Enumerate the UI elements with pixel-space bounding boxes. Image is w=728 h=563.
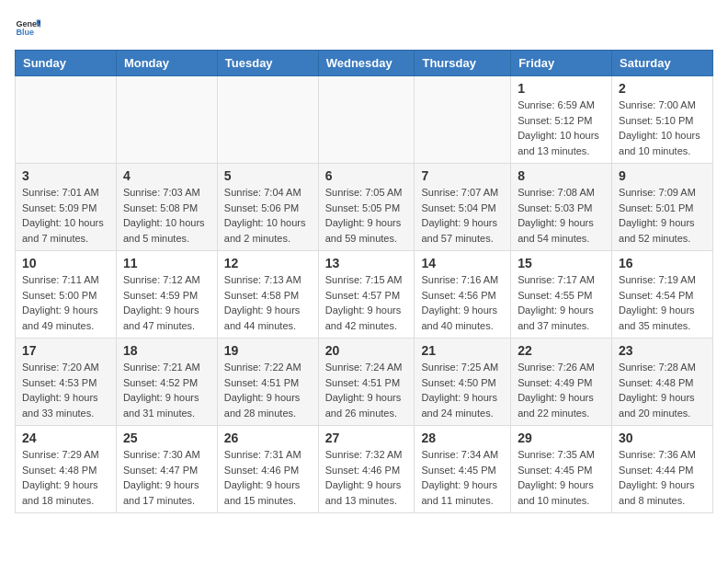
calendar-cell: 27Sunrise: 7:32 AM Sunset: 4:46 PM Dayli…	[318, 426, 415, 513]
day-info: Sunrise: 7:13 AM Sunset: 4:58 PM Dayligh…	[224, 272, 312, 333]
day-info: Sunrise: 7:22 AM Sunset: 4:51 PM Dayligh…	[224, 360, 312, 420]
calendar-cell: 5Sunrise: 7:04 AM Sunset: 5:06 PM Daylig…	[217, 164, 318, 251]
calendar-cell: 8Sunrise: 7:08 AM Sunset: 5:03 PM Daylig…	[511, 164, 612, 251]
day-info: Sunrise: 7:30 AM Sunset: 4:47 PM Dayligh…	[123, 447, 210, 508]
calendar-cell: 14Sunrise: 7:16 AM Sunset: 4:56 PM Dayli…	[415, 251, 511, 339]
calendar-cell: 24Sunrise: 7:29 AM Sunset: 4:48 PM Dayli…	[16, 426, 117, 513]
calendar-cell	[415, 76, 511, 164]
day-number: 19	[224, 343, 312, 358]
day-info: Sunrise: 7:16 AM Sunset: 4:56 PM Dayligh…	[421, 272, 504, 333]
day-info: Sunrise: 7:36 AM Sunset: 4:44 PM Dayligh…	[619, 447, 706, 508]
calendar-cell: 11Sunrise: 7:12 AM Sunset: 4:59 PM Dayli…	[116, 251, 217, 339]
day-info: Sunrise: 7:25 AM Sunset: 4:50 PM Dayligh…	[421, 360, 504, 420]
calendar-cell: 2Sunrise: 7:00 AM Sunset: 5:10 PM Daylig…	[612, 76, 713, 164]
day-number: 23	[619, 343, 706, 358]
weekday-header-thursday: Thursday	[415, 51, 511, 76]
weekday-header-wednesday: Wednesday	[318, 51, 415, 76]
day-info: Sunrise: 7:01 AM Sunset: 5:09 PM Dayligh…	[22, 185, 109, 246]
day-info: Sunrise: 7:03 AM Sunset: 5:08 PM Dayligh…	[123, 185, 210, 246]
day-info: Sunrise: 7:35 AM Sunset: 4:45 PM Dayligh…	[518, 447, 605, 508]
day-info: Sunrise: 7:34 AM Sunset: 4:45 PM Dayligh…	[421, 447, 504, 508]
day-info: Sunrise: 7:28 AM Sunset: 4:48 PM Dayligh…	[619, 360, 706, 420]
calendar-cell: 10Sunrise: 7:11 AM Sunset: 5:00 PM Dayli…	[16, 251, 117, 339]
day-number: 21	[421, 343, 504, 358]
day-number: 20	[325, 343, 408, 358]
day-number: 7	[421, 168, 504, 183]
calendar-cell: 17Sunrise: 7:20 AM Sunset: 4:53 PM Dayli…	[16, 339, 117, 426]
day-number: 26	[224, 431, 312, 445]
weekday-header-monday: Monday	[116, 51, 217, 76]
calendar-cell	[217, 76, 318, 164]
calendar-table: SundayMondayTuesdayWednesdayThursdayFrid…	[15, 50, 713, 513]
day-info: Sunrise: 7:26 AM Sunset: 4:49 PM Dayligh…	[518, 360, 605, 420]
calendar-cell: 3Sunrise: 7:01 AM Sunset: 5:09 PM Daylig…	[16, 164, 117, 251]
day-number: 13	[325, 256, 408, 270]
calendar-week-row: 17Sunrise: 7:20 AM Sunset: 4:53 PM Dayli…	[16, 339, 713, 426]
calendar-cell: 15Sunrise: 7:17 AM Sunset: 4:55 PM Dayli…	[511, 251, 612, 339]
calendar-cell: 25Sunrise: 7:30 AM Sunset: 4:47 PM Dayli…	[116, 426, 217, 513]
calendar-cell: 6Sunrise: 7:05 AM Sunset: 5:05 PM Daylig…	[318, 164, 415, 251]
day-number: 5	[224, 168, 312, 183]
day-info: Sunrise: 7:24 AM Sunset: 4:51 PM Dayligh…	[325, 360, 408, 420]
day-info: Sunrise: 7:00 AM Sunset: 5:10 PM Dayligh…	[619, 98, 706, 158]
day-number: 9	[619, 168, 706, 183]
calendar-cell: 4Sunrise: 7:03 AM Sunset: 5:08 PM Daylig…	[116, 164, 217, 251]
calendar-cell: 13Sunrise: 7:15 AM Sunset: 4:57 PM Dayli…	[318, 251, 415, 339]
day-info: Sunrise: 7:32 AM Sunset: 4:46 PM Dayligh…	[325, 447, 408, 508]
day-number: 8	[518, 168, 605, 183]
day-info: Sunrise: 7:31 AM Sunset: 4:46 PM Dayligh…	[224, 447, 312, 508]
day-info: Sunrise: 7:11 AM Sunset: 5:00 PM Dayligh…	[22, 272, 109, 333]
day-number: 14	[421, 256, 504, 270]
svg-text:Blue: Blue	[16, 28, 34, 37]
day-number: 22	[518, 343, 605, 358]
day-number: 12	[224, 256, 312, 270]
day-number: 2	[619, 81, 706, 96]
calendar-week-row: 10Sunrise: 7:11 AM Sunset: 5:00 PM Dayli…	[16, 251, 713, 339]
calendar-cell: 16Sunrise: 7:19 AM Sunset: 4:54 PM Dayli…	[612, 251, 713, 339]
day-info: Sunrise: 6:59 AM Sunset: 5:12 PM Dayligh…	[518, 98, 605, 158]
calendar-cell: 28Sunrise: 7:34 AM Sunset: 4:45 PM Dayli…	[415, 426, 511, 513]
calendar-cell	[116, 76, 217, 164]
calendar-cell	[16, 76, 117, 164]
calendar-cell: 12Sunrise: 7:13 AM Sunset: 4:58 PM Dayli…	[217, 251, 318, 339]
weekday-header-row: SundayMondayTuesdayWednesdayThursdayFrid…	[16, 51, 713, 76]
day-info: Sunrise: 7:19 AM Sunset: 4:54 PM Dayligh…	[619, 272, 706, 333]
calendar-week-row: 1Sunrise: 6:59 AM Sunset: 5:12 PM Daylig…	[16, 76, 713, 164]
day-number: 28	[421, 431, 504, 445]
calendar-cell: 7Sunrise: 7:07 AM Sunset: 5:04 PM Daylig…	[415, 164, 511, 251]
day-number: 6	[325, 168, 408, 183]
day-info: Sunrise: 7:21 AM Sunset: 4:52 PM Dayligh…	[123, 360, 210, 420]
calendar-cell: 26Sunrise: 7:31 AM Sunset: 4:46 PM Dayli…	[217, 426, 318, 513]
calendar-cell: 21Sunrise: 7:25 AM Sunset: 4:50 PM Dayli…	[415, 339, 511, 426]
day-number: 25	[123, 431, 210, 445]
day-number: 10	[22, 256, 109, 270]
day-number: 24	[22, 431, 109, 445]
calendar-cell: 29Sunrise: 7:35 AM Sunset: 4:45 PM Dayli…	[511, 426, 612, 513]
calendar-cell: 19Sunrise: 7:22 AM Sunset: 4:51 PM Dayli…	[217, 339, 318, 426]
weekday-header-friday: Friday	[511, 51, 612, 76]
day-number: 30	[619, 431, 706, 445]
calendar-cell	[318, 76, 415, 164]
weekday-header-sunday: Sunday	[16, 51, 117, 76]
day-info: Sunrise: 7:05 AM Sunset: 5:05 PM Dayligh…	[325, 185, 408, 246]
day-number: 18	[123, 343, 210, 358]
calendar-cell: 1Sunrise: 6:59 AM Sunset: 5:12 PM Daylig…	[511, 76, 612, 164]
day-number: 3	[22, 168, 109, 183]
day-number: 4	[123, 168, 210, 183]
day-info: Sunrise: 7:29 AM Sunset: 4:48 PM Dayligh…	[22, 447, 109, 508]
calendar-week-row: 24Sunrise: 7:29 AM Sunset: 4:48 PM Dayli…	[16, 426, 713, 513]
calendar-cell: 23Sunrise: 7:28 AM Sunset: 4:48 PM Dayli…	[612, 339, 713, 426]
logo: General Blue	[15, 15, 40, 40]
day-number: 16	[619, 256, 706, 270]
day-number: 11	[123, 256, 210, 270]
day-info: Sunrise: 7:15 AM Sunset: 4:57 PM Dayligh…	[325, 272, 408, 333]
day-number: 17	[22, 343, 109, 358]
day-number: 29	[518, 431, 605, 445]
day-info: Sunrise: 7:12 AM Sunset: 4:59 PM Dayligh…	[123, 272, 210, 333]
day-info: Sunrise: 7:07 AM Sunset: 5:04 PM Dayligh…	[421, 185, 504, 246]
day-number: 1	[518, 81, 605, 96]
day-info: Sunrise: 7:08 AM Sunset: 5:03 PM Dayligh…	[518, 185, 605, 246]
calendar-cell: 20Sunrise: 7:24 AM Sunset: 4:51 PM Dayli…	[318, 339, 415, 426]
calendar-cell: 18Sunrise: 7:21 AM Sunset: 4:52 PM Dayli…	[116, 339, 217, 426]
day-info: Sunrise: 7:04 AM Sunset: 5:06 PM Dayligh…	[224, 185, 312, 246]
